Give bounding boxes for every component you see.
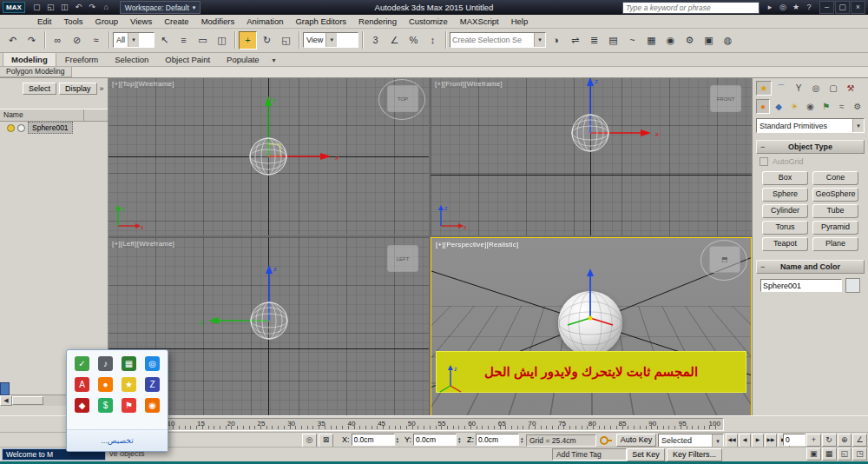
viewcube[interactable]: LEFT [387, 245, 418, 272]
viewport-perspective[interactable]: [+][Perspective][Realistic] ⬒ المجسم ثاب… [431, 237, 752, 416]
angle-snap-icon[interactable]: ∠ [385, 31, 404, 50]
rendered-frame-icon[interactable]: ▣ [700, 31, 718, 50]
viewport-label[interactable]: [+][Front][Wireframe] [435, 80, 503, 88]
zoom-icon[interactable]: ⊕ [838, 434, 852, 447]
align-icon[interactable]: ⇌ [566, 31, 584, 50]
select-by-name-icon[interactable]: ≡ [174, 31, 193, 50]
modify-tab-icon[interactable]: ⌒ [773, 81, 789, 96]
favorites-icon[interactable]: ★ [790, 2, 802, 13]
curve-editor-icon[interactable]: ~ [623, 31, 641, 50]
scene-object-row[interactable]: Sphere001 [0, 122, 108, 134]
motion-tab-icon[interactable]: ◎ [808, 81, 824, 96]
snap-toggle-icon[interactable]: 3 [366, 31, 385, 50]
auto-key-button[interactable]: Auto Key [616, 434, 656, 447]
menu-item[interactable]: Animation [240, 16, 289, 27]
helpers-category-icon[interactable]: ⚑ [819, 99, 833, 114]
fov-icon[interactable]: ∠ [852, 434, 867, 447]
geometry-category-icon[interactable]: ● [756, 99, 770, 114]
save-file-icon[interactable]: ◫ [58, 2, 71, 13]
panel-grip[interactable] [0, 382, 10, 395]
play-button[interactable]: ▶ [752, 434, 764, 447]
Object Paint[interactable]: Object Paint [157, 53, 218, 66]
max-logo[interactable]: MAX [3, 2, 25, 13]
sphere-wireframe[interactable] [248, 136, 288, 176]
menu-item[interactable]: Graph Editors [289, 16, 352, 27]
y-input[interactable] [413, 434, 457, 446]
primitive-button[interactable]: Pyramid [812, 221, 858, 235]
communication-center-icon[interactable]: ◎ [777, 2, 789, 13]
name-column-header[interactable]: Name [0, 109, 108, 122]
tray-icon-money[interactable]: $ [98, 398, 113, 413]
primitive-category-dropdown[interactable]: Standard Primitives ▾ [756, 118, 865, 133]
lights-category-icon[interactable]: ☀ [787, 99, 801, 114]
help-icon[interactable]: ? [803, 2, 815, 13]
primitive-button[interactable]: GeoSphere [812, 188, 858, 202]
pan-icon[interactable]: + [806, 434, 821, 447]
customize-link[interactable]: تخصيص... [101, 436, 133, 445]
tray-icon-flag[interactable]: ⚑ [122, 398, 136, 413]
tray-icon-graphics[interactable]: ▦ [122, 356, 136, 371]
tray-icon-sync[interactable]: ✓ [75, 356, 89, 371]
visibility-bulb-icon[interactable] [7, 124, 15, 132]
menu-item[interactable]: Tools [57, 16, 89, 27]
select-scale-icon[interactable]: ◱ [277, 31, 295, 50]
material-editor-icon[interactable]: ◉ [661, 31, 680, 50]
undo-icon[interactable]: ↶ [72, 2, 85, 13]
primitive-button[interactable]: Cone [812, 171, 858, 185]
menu-item[interactable]: Rendering [352, 16, 403, 27]
selection-set-input[interactable] [450, 34, 534, 46]
mirror-icon[interactable]: ◑ [547, 31, 565, 50]
primitive-button[interactable]: Teapot [762, 237, 808, 251]
tray-icon-volume[interactable]: ♪ [98, 356, 113, 371]
selection-lock-icon[interactable]: ⊠ [319, 434, 333, 447]
Selection[interactable]: Selection [107, 53, 156, 66]
zoom-region-icon[interactable]: ◱ [838, 447, 852, 461]
select-object-icon[interactable]: ↖ [155, 31, 174, 50]
viewport-label[interactable]: [+][Perspective][Realistic] [436, 241, 518, 249]
create-tab-icon[interactable]: ★ [756, 81, 772, 96]
name-and-color-rollout[interactable]: − Name and Color [756, 260, 865, 274]
frame-input[interactable] [783, 434, 806, 446]
primitive-button[interactable]: Tube [812, 204, 858, 218]
tray-icon-network[interactable]: Z [145, 377, 160, 392]
next-frame-button[interactable]: ▶▶ [765, 434, 777, 447]
previous-frame-button[interactable]: ◀ [739, 434, 751, 447]
set-key-button[interactable]: Set Key [627, 448, 665, 461]
x-input[interactable] [352, 434, 395, 446]
shapes-category-icon[interactable]: ◆ [772, 99, 786, 114]
tray-icon-orange[interactable]: ◉ [145, 398, 160, 413]
zoom-all-icon[interactable]: ▦ [822, 447, 837, 461]
menu-item[interactable]: Edit [31, 16, 57, 27]
menu-item[interactable]: Views [124, 16, 158, 27]
Freeform[interactable]: Freeform [57, 53, 107, 66]
spinner-arrows[interactable]: ▴▾ [397, 436, 399, 444]
add-time-tag-field[interactable]: Add Time Tag [552, 448, 627, 461]
primitive-button[interactable]: Sphere [762, 188, 808, 202]
zoom-extents-icon[interactable]: ▣ [806, 447, 821, 461]
close-button[interactable]: × [851, 1, 865, 14]
viewport-front[interactable]: [+][Front][Wireframe] FRONT x z x [431, 77, 752, 235]
primitive-button[interactable]: Box [762, 171, 808, 185]
selection-filter-dropdown[interactable]: All▾ [113, 32, 155, 48]
minimize-button[interactable]: – [819, 1, 834, 14]
rectangular-selection-icon[interactable]: ▭ [194, 31, 212, 50]
menu-item[interactable]: Help [505, 16, 535, 27]
maximize-viewport-icon[interactable]: ◳ [852, 447, 867, 461]
object-color-swatch[interactable] [845, 278, 860, 293]
object-name-label[interactable]: Sphere001 [28, 122, 73, 134]
viewport-label[interactable]: [+][Left][Wireframe] [112, 240, 174, 248]
new-scene-icon[interactable]: ▢ [30, 2, 43, 13]
menu-item[interactable]: Create [158, 16, 195, 27]
key-filters-button[interactable]: Key Filters... [667, 448, 722, 461]
tray-icon-shield[interactable]: ◆ [75, 398, 89, 413]
search-go-icon[interactable]: ▸ [764, 2, 776, 13]
primitive-button[interactable]: Torus [762, 221, 808, 235]
infocenter-search-input[interactable] [622, 2, 760, 14]
render-production-icon[interactable]: ◍ [719, 31, 737, 50]
viewcube[interactable]: TOP [387, 85, 418, 112]
restore-button[interactable]: ▢ [835, 1, 850, 14]
object-name-input[interactable] [760, 279, 842, 292]
undo-icon[interactable]: ↶ [3, 31, 22, 50]
redo-icon[interactable]: ↷ [86, 2, 99, 13]
cameras-category-icon[interactable]: ◉ [803, 99, 817, 114]
